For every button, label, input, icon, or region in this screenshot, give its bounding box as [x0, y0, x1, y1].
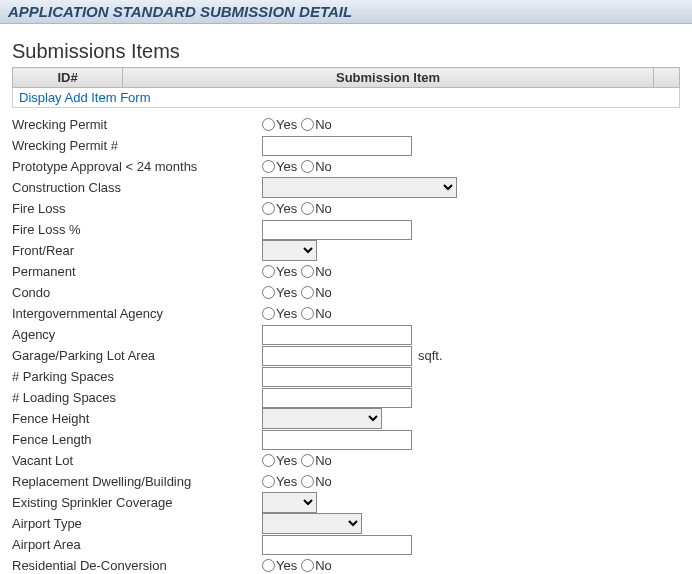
row-residential-deconv: Residential De-Conversion Yes No	[12, 555, 680, 574]
label-prototype-approval: Prototype Approval < 24 months	[12, 158, 262, 175]
content-area: Submissions Items ID# Submission Item Di…	[0, 24, 692, 574]
row-fire-loss-pct: Fire Loss %	[12, 219, 680, 240]
submissions-table: ID# Submission Item Display Add Item For…	[12, 67, 680, 108]
col-header-item: Submission Item	[123, 68, 654, 88]
input-agency[interactable]	[262, 325, 412, 345]
page-title: APPLICATION STANDARD SUBMISSION DETAIL	[8, 3, 352, 20]
row-condo: Condo Yes No	[12, 282, 680, 303]
row-replacement-dwelling: Replacement Dwelling/Building Yes No	[12, 471, 680, 492]
display-add-item-link[interactable]: Display Add Item Form	[19, 90, 151, 105]
radio-replacement-dwelling-no[interactable]	[301, 475, 314, 488]
select-sprinkler-coverage[interactable]	[262, 492, 317, 513]
label-fence-length: Fence Length	[12, 431, 262, 448]
radio-wrecking-permit-yes[interactable]	[262, 118, 275, 131]
radio-prototype-approval-no[interactable]	[301, 160, 314, 173]
row-vacant-lot: Vacant Lot Yes No	[12, 450, 680, 471]
label-airport-area: Airport Area	[12, 536, 262, 553]
input-wrecking-permit-num[interactable]	[262, 136, 412, 156]
radio-intergov-agency-yes[interactable]	[262, 307, 275, 320]
label-garage-area: Garage/Parking Lot Area	[12, 347, 262, 364]
suffix-garage-area: sqft.	[418, 348, 443, 363]
row-parking-spaces: # Parking Spaces	[12, 366, 680, 387]
row-sprinkler-coverage: Existing Sprinkler Coverage	[12, 492, 680, 513]
input-fence-length[interactable]	[262, 430, 412, 450]
row-front-rear: Front/Rear	[12, 240, 680, 261]
label-front-rear: Front/Rear	[12, 242, 262, 259]
radio-prototype-approval-yes[interactable]	[262, 160, 275, 173]
radio-group-intergov-agency: Yes No	[262, 306, 334, 321]
radio-intergov-agency-no[interactable]	[301, 307, 314, 320]
input-fire-loss-pct[interactable]	[262, 220, 412, 240]
label-wrecking-permit: Wrecking Permit	[12, 116, 262, 133]
label-vacant-lot: Vacant Lot	[12, 452, 262, 469]
input-garage-area[interactable]	[262, 346, 412, 366]
radio-condo-yes[interactable]	[262, 286, 275, 299]
submissions-section-title: Submissions Items	[12, 40, 680, 63]
select-construction-class[interactable]	[262, 177, 457, 198]
row-airport-type: Airport Type	[12, 513, 680, 534]
radio-fire-loss-no[interactable]	[301, 202, 314, 215]
select-front-rear[interactable]	[262, 240, 317, 261]
label-loading-spaces: # Loading Spaces	[12, 389, 262, 406]
label-fence-height: Fence Height	[12, 410, 262, 427]
col-header-id: ID#	[13, 68, 123, 88]
row-construction-class: Construction Class	[12, 177, 680, 198]
label-intergov-agency: Intergovernmental Agency	[12, 305, 262, 322]
select-fence-height[interactable]	[262, 408, 382, 429]
input-loading-spaces[interactable]	[262, 388, 412, 408]
radio-vacant-lot-no[interactable]	[301, 454, 314, 467]
label-replacement-dwelling: Replacement Dwelling/Building	[12, 473, 262, 490]
label-residential-deconv: Residential De-Conversion	[12, 557, 262, 574]
radio-replacement-dwelling-yes[interactable]	[262, 475, 275, 488]
row-agency: Agency	[12, 324, 680, 345]
label-sprinkler-coverage: Existing Sprinkler Coverage	[12, 494, 262, 511]
label-condo: Condo	[12, 284, 262, 301]
page-header: APPLICATION STANDARD SUBMISSION DETAIL	[0, 0, 692, 24]
radio-group-replacement-dwelling: Yes No	[262, 474, 334, 489]
label-airport-type: Airport Type	[12, 515, 262, 532]
radio-group-permanent: Yes No	[262, 264, 334, 279]
row-permanent: Permanent Yes No	[12, 261, 680, 282]
label-parking-spaces: # Parking Spaces	[12, 368, 262, 385]
radio-group-vacant-lot: Yes No	[262, 453, 334, 468]
label-fire-loss-pct: Fire Loss %	[12, 221, 262, 238]
input-parking-spaces[interactable]	[262, 367, 412, 387]
label-fire-loss: Fire Loss	[12, 200, 262, 217]
row-fire-loss: Fire Loss Yes No	[12, 198, 680, 219]
radio-condo-no[interactable]	[301, 286, 314, 299]
table-header-row: ID# Submission Item	[13, 68, 680, 88]
radio-group-residential-deconv: Yes No	[262, 558, 334, 573]
col-header-action	[654, 68, 680, 88]
row-loading-spaces: # Loading Spaces	[12, 387, 680, 408]
row-wrecking-permit-num: Wrecking Permit #	[12, 135, 680, 156]
label-agency: Agency	[12, 326, 262, 343]
row-prototype-approval: Prototype Approval < 24 months Yes No	[12, 156, 680, 177]
radio-fire-loss-yes[interactable]	[262, 202, 275, 215]
row-intergov-agency: Intergovernmental Agency Yes No	[12, 303, 680, 324]
row-fence-length: Fence Length	[12, 429, 680, 450]
radio-residential-deconv-no[interactable]	[301, 559, 314, 572]
label-construction-class: Construction Class	[12, 179, 262, 196]
input-airport-area[interactable]	[262, 535, 412, 555]
row-garage-area: Garage/Parking Lot Area sqft.	[12, 345, 680, 366]
radio-permanent-no[interactable]	[301, 265, 314, 278]
radio-group-wrecking-permit: Yes No	[262, 117, 334, 132]
radio-group-condo: Yes No	[262, 285, 334, 300]
radio-vacant-lot-yes[interactable]	[262, 454, 275, 467]
radio-group-prototype-approval: Yes No	[262, 159, 334, 174]
select-airport-type[interactable]	[262, 513, 362, 534]
radio-permanent-yes[interactable]	[262, 265, 275, 278]
radio-wrecking-permit-no[interactable]	[301, 118, 314, 131]
row-wrecking-permit: Wrecking Permit Yes No	[12, 114, 680, 135]
label-permanent: Permanent	[12, 263, 262, 280]
label-wrecking-permit-num: Wrecking Permit #	[12, 137, 262, 154]
radio-group-fire-loss: Yes No	[262, 201, 334, 216]
row-fence-height: Fence Height	[12, 408, 680, 429]
radio-residential-deconv-yes[interactable]	[262, 559, 275, 572]
row-airport-area: Airport Area	[12, 534, 680, 555]
table-row-add: Display Add Item Form	[13, 88, 680, 108]
